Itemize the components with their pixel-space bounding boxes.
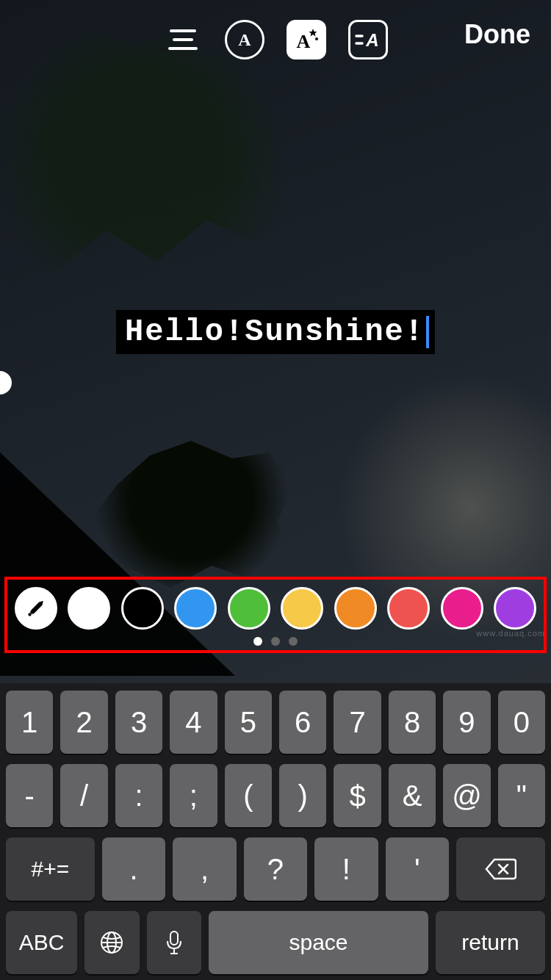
text-input-content: Hello!Sunshine! (125, 314, 425, 350)
svg-text:A: A (297, 31, 311, 52)
key-dollar[interactable]: $ (334, 764, 381, 827)
done-button[interactable]: Done (464, 19, 530, 50)
keyboard-row-2: - / : ; ( ) $ & @ " (6, 764, 545, 827)
key-paren-open[interactable]: ( (225, 764, 272, 827)
keyboard-row-4: ABC space return (6, 911, 545, 974)
key-5[interactable]: 5 (225, 691, 272, 754)
color-swatch-pink[interactable] (441, 587, 483, 630)
color-swatch-white[interactable] (68, 587, 110, 630)
key-question[interactable]: ? (244, 837, 307, 901)
key-9[interactable]: 9 (443, 691, 490, 754)
key-1[interactable]: 1 (6, 691, 53, 754)
color-swatch-green[interactable] (228, 587, 270, 630)
key-dictation[interactable] (147, 911, 202, 974)
text-animation-button[interactable]: A (348, 20, 388, 60)
page-dot[interactable] (271, 637, 280, 646)
key-6[interactable]: 6 (279, 691, 326, 754)
keyboard-row-3: #+= . , ? ! ' (6, 837, 545, 901)
svg-text:A: A (365, 30, 378, 50)
svg-point-6 (315, 37, 318, 40)
color-swatch-purple[interactable] (494, 587, 536, 630)
color-palette (12, 583, 539, 634)
key-space[interactable]: space (209, 911, 428, 974)
text-input-overlay[interactable]: Hello!Sunshine! (116, 310, 435, 354)
key-amp[interactable]: & (389, 764, 436, 827)
key-period[interactable]: . (102, 837, 165, 901)
key-quote[interactable]: " (498, 764, 545, 827)
key-7[interactable]: 7 (334, 691, 381, 754)
keyboard-row-1: 1 2 3 4 5 6 7 8 9 0 (6, 691, 545, 754)
color-swatch-blue[interactable] (174, 587, 217, 630)
key-exclaim[interactable]: ! (314, 837, 378, 901)
key-backspace[interactable] (456, 837, 545, 901)
key-abc[interactable]: ABC (6, 911, 77, 974)
watermark: www.dauaq.com (476, 629, 545, 638)
page-dot[interactable] (289, 637, 298, 646)
key-globe[interactable] (84, 911, 140, 974)
key-slash[interactable]: / (60, 764, 107, 827)
palette-page-dots (12, 637, 539, 646)
story-text-editor: A A A Done Hello!Sunshine! (0, 0, 551, 980)
color-palette-highlight (4, 577, 547, 653)
key-2[interactable]: 2 (60, 691, 107, 754)
page-dot[interactable] (253, 637, 262, 646)
ios-keyboard: 1 2 3 4 5 6 7 8 9 0 - / : ; ( ) $ & @ " … (0, 683, 551, 980)
key-colon[interactable]: : (115, 764, 162, 827)
color-swatch-yellow[interactable] (281, 587, 323, 630)
key-semicolon[interactable]: ; (170, 764, 217, 827)
svg-text:A: A (238, 30, 251, 49)
key-dash[interactable]: - (6, 764, 53, 827)
text-effects-button[interactable]: A (287, 20, 326, 60)
key-symbols[interactable]: #+= (6, 837, 95, 901)
key-paren-close[interactable]: ) (279, 764, 326, 827)
svg-rect-16 (170, 932, 178, 945)
key-return[interactable]: return (436, 911, 545, 974)
text-cursor (426, 316, 429, 348)
alignment-button[interactable] (163, 20, 203, 60)
key-apostrophe[interactable]: ' (386, 837, 449, 901)
key-4[interactable]: 4 (170, 691, 217, 754)
eyedropper-button[interactable] (15, 587, 57, 630)
color-swatch-red[interactable] (387, 587, 430, 630)
key-0[interactable]: 0 (498, 691, 545, 754)
key-comma[interactable]: , (173, 837, 236, 901)
key-8[interactable]: 8 (389, 691, 436, 754)
font-style-button[interactable]: A (225, 20, 264, 60)
color-swatch-black[interactable] (121, 587, 164, 630)
color-swatch-orange[interactable] (334, 587, 377, 630)
key-3[interactable]: 3 (115, 691, 162, 754)
key-at[interactable]: @ (443, 764, 490, 827)
